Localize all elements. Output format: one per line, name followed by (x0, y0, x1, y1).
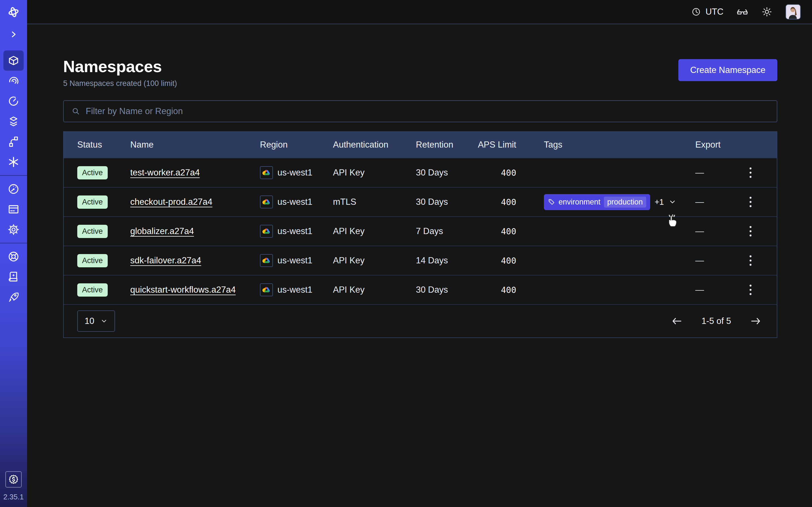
pager: 1-5 of 5 (669, 314, 763, 329)
app-root: 2.35.1 UTC (0, 0, 812, 507)
sidebar-divider (0, 243, 27, 243)
pricing-badge-icon (8, 474, 19, 485)
kebab-menu-icon (749, 255, 752, 267)
theme-toggle-button[interactable] (761, 6, 772, 17)
row-actions-menu-button[interactable] (746, 251, 755, 270)
namespace-link[interactable]: globalizer.a27a4 (130, 226, 194, 236)
tag-value-label: production (604, 196, 646, 208)
user-avatar[interactable] (785, 4, 801, 19)
light-theme-icon (761, 6, 772, 17)
table-header-row: StatusNameRegionAuthenticationRetentionA… (64, 132, 777, 158)
name-cell: sdk-failover.a27a4 (130, 256, 260, 266)
namespaces-cube-icon (7, 54, 20, 67)
sidebar-item-schedules[interactable] (3, 91, 24, 111)
cloud-provider-icon-box (260, 195, 273, 209)
export-cell: — (695, 256, 738, 266)
chevron-down-icon (100, 318, 108, 325)
region-cell: us-west1 (260, 254, 333, 267)
next-page-button[interactable] (748, 314, 763, 329)
schedules-timer-icon (7, 95, 20, 107)
sidebar-nav (0, 50, 27, 307)
name-cell: test-worker.a27a4 (130, 168, 260, 178)
row-actions-menu-button[interactable] (746, 222, 755, 240)
namespace-link[interactable]: quickstart-workflows.a27a4 (130, 285, 236, 295)
kebab-menu-icon (749, 284, 752, 296)
status-badge: Active (77, 166, 108, 179)
clock-icon (691, 7, 701, 17)
content-column: UTC (27, 0, 812, 507)
billing-card-icon (7, 203, 20, 216)
page-title: Namespaces (63, 57, 177, 76)
namespace-link[interactable]: checkout-prod.a27a4 (130, 197, 212, 207)
sidebar-item-settings[interactable] (3, 219, 24, 240)
region-label: us-west1 (277, 168, 312, 178)
sidebar-item-namespaces[interactable] (3, 50, 24, 71)
sidebar-item-support[interactable] (3, 246, 24, 267)
support-lifebuoy-icon (7, 250, 20, 263)
sidebar-item-nexus[interactable] (3, 152, 24, 172)
retention-cell: 14 Days (416, 256, 467, 266)
tags-expand-button[interactable] (668, 198, 676, 206)
sidebar-item-getting-started[interactable] (3, 287, 24, 307)
filter-input[interactable] (86, 106, 769, 116)
aps-limit-cell: 400 (467, 226, 516, 236)
docs-book-icon (7, 271, 20, 283)
table-row: Activetest-worker.a27a4us-west1API Key30… (64, 158, 777, 187)
temporal-logo[interactable] (0, 0, 27, 24)
authentication-cell: API Key (333, 226, 416, 236)
export-cell: — (695, 285, 738, 295)
name-cell: globalizer.a27a4 (130, 226, 260, 236)
region-label: us-west1 (277, 226, 312, 236)
table-row: Activequickstart-workflows.a27a4us-west1… (64, 275, 777, 304)
sidebar-item-usage[interactable] (3, 179, 24, 199)
status-cell: Active (77, 166, 130, 179)
page-size-select[interactable]: 10 (77, 311, 115, 332)
tag-chip[interactable]: environmentproduction (544, 194, 650, 210)
sidebar-expand-button[interactable] (0, 24, 27, 45)
namespace-link[interactable]: sdk-failover.a27a4 (130, 256, 201, 265)
page-subtitle: 5 Namespaces created (100 limit) (63, 79, 177, 88)
status-badge: Active (77, 195, 108, 209)
column-header-aps-limit: APS Limit (467, 140, 516, 150)
table-row: Activecheckout-prod.a27a4us-west1mTLS30 … (64, 187, 777, 216)
table-row: Activesdk-failover.a27a4us-west1API Key1… (64, 245, 777, 275)
settings-gear-icon (7, 223, 20, 236)
row-actions-menu-button[interactable] (746, 193, 755, 211)
arrow-left-icon (671, 315, 683, 327)
region-cell: us-west1 (260, 195, 333, 209)
status-cell: Active (77, 225, 130, 238)
authentication-cell: mTLS (333, 197, 416, 207)
cloud-provider-icon-box (260, 254, 273, 267)
tag-key-label: environment (559, 198, 601, 207)
sidebar-bottom: 2.35.1 (3, 471, 24, 507)
sidebar-item-deployments[interactable] (3, 111, 24, 131)
namespace-link[interactable]: test-worker.a27a4 (130, 168, 200, 177)
row-actions-menu-button[interactable] (746, 164, 755, 182)
region-label: us-west1 (277, 197, 312, 207)
cloud-provider-icon-box (260, 225, 273, 238)
timezone-label: UTC (705, 7, 723, 17)
aps-limit-cell: 400 (467, 256, 516, 266)
page-size-value: 10 (85, 316, 94, 326)
sidebar-item-billing[interactable] (3, 199, 24, 219)
region-cell: us-west1 (260, 225, 333, 238)
create-namespace-button[interactable]: Create Namespace (678, 59, 777, 81)
retention-cell: 30 Days (416, 285, 467, 295)
column-header-tags: Tags (516, 140, 695, 150)
status-badge: Active (77, 254, 108, 267)
gcp-cloud-icon (262, 256, 271, 265)
row-actions-menu-button[interactable] (746, 281, 755, 299)
authentication-cell: API Key (333, 168, 416, 178)
reader-mode-button[interactable] (737, 6, 748, 18)
page-header: Namespaces 5 Namespaces created (100 lim… (63, 57, 777, 88)
sidebar-item-docs[interactable] (3, 267, 24, 287)
aps-limit-cell: 400 (467, 168, 516, 178)
pricing-badge-button[interactable] (5, 471, 22, 488)
previous-page-button[interactable] (669, 314, 684, 329)
nexus-asterisk-icon (7, 156, 20, 168)
sidebar-item-workflows[interactable] (3, 71, 24, 91)
topbar: UTC (27, 0, 812, 24)
timezone-selector[interactable]: UTC (691, 7, 723, 17)
sidebar-item-batch-operations[interactable] (3, 131, 24, 152)
table-footer: 10 1-5 of 5 (64, 304, 777, 337)
